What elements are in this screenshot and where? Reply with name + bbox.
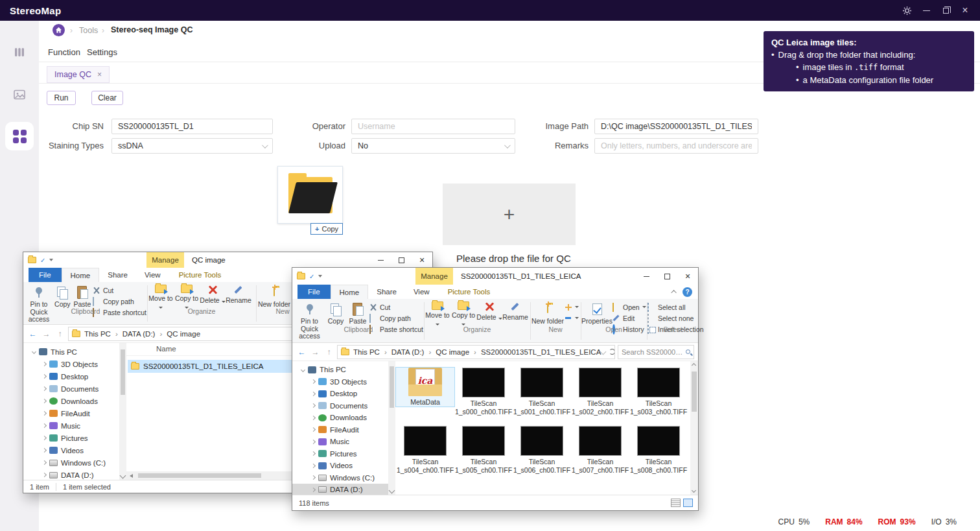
copy-to-button[interactable]: Copy to (174, 282, 200, 310)
qc-dropzone[interactable]: + (443, 183, 576, 245)
nav-item-data-d-current[interactable]: DATA (D:) (292, 484, 388, 495)
manage-contextual-tab[interactable]: Manage (146, 252, 184, 268)
copy-path-button[interactable]: Copy path (93, 296, 146, 306)
move-to-button[interactable]: Move to (425, 299, 450, 327)
back-icon[interactable]: ← (296, 348, 307, 357)
nav-item-this-pc[interactable]: This PC (292, 364, 388, 376)
nav-item-this-pc[interactable]: This PC (23, 346, 119, 358)
tab-file[interactable]: File (29, 268, 62, 282)
quick-access-check-icon[interactable] (40, 256, 45, 264)
expand-chevron-icon[interactable] (311, 427, 316, 432)
refresh-icon[interactable] (609, 349, 615, 355)
remarks-input[interactable] (594, 138, 758, 154)
nav-item-windows-c[interactable]: Windows (C:) (23, 456, 119, 469)
dragged-folder-ghost[interactable] (277, 166, 343, 224)
grid-item-tile[interactable]: TileScan 1_s008_ch00.TIFF (629, 426, 688, 474)
expand-chevron-icon[interactable] (42, 374, 47, 379)
rename-button[interactable]: Rename (226, 282, 251, 304)
nav-item-pictures[interactable]: Pictures (23, 432, 119, 444)
breadcrumb-segment[interactable]: This PC (353, 348, 380, 356)
expand-chevron-icon[interactable] (42, 362, 47, 366)
paste-button[interactable]: Paste (72, 282, 93, 309)
tab-home[interactable]: Home (62, 268, 100, 282)
expand-chevron-icon[interactable] (42, 411, 47, 416)
help-icon[interactable]: ? (682, 287, 692, 297)
nav-item-desktop[interactable]: Desktop (292, 388, 388, 400)
collapse-ribbon-icon[interactable] (671, 290, 676, 295)
nav-item-music[interactable]: Music (292, 436, 388, 448)
column-header-name[interactable]: Name (156, 345, 176, 353)
close-icon[interactable] (677, 268, 698, 285)
open-button[interactable]: Open (612, 302, 646, 312)
cut-button[interactable]: Cut (93, 285, 146, 295)
sidebar-item-tools-active[interactable] (5, 122, 34, 150)
clear-button[interactable]: Clear (91, 91, 123, 105)
staining-types-select[interactable]: ssDNA (111, 138, 273, 154)
tab-picture-tools[interactable]: Picture Tools (170, 268, 230, 282)
scroll-down-icon[interactable] (692, 488, 696, 493)
up-icon[interactable]: ↑ (323, 348, 334, 357)
minimize-icon[interactable] (916, 2, 936, 19)
expand-chevron-icon[interactable] (42, 423, 47, 428)
expand-chevron-icon[interactable] (311, 379, 316, 384)
back-icon[interactable]: ← (27, 329, 38, 338)
expand-chevron-icon[interactable] (311, 403, 316, 408)
nav-item-desktop[interactable]: Desktop (23, 370, 119, 383)
manage-contextual-tab[interactable]: Manage (415, 268, 453, 285)
minimize-icon[interactable] (636, 268, 657, 285)
grid-item-metadata[interactable]: ica MetaData (396, 368, 454, 407)
properties-button[interactable]: Properties (581, 299, 612, 325)
cut-button[interactable]: Cut (369, 302, 423, 312)
nav-item-documents[interactable]: Documents (23, 383, 119, 395)
expand-chevron-icon[interactable] (311, 451, 316, 456)
pin-to-quick-access-button[interactable]: Pin to Quick access (25, 282, 53, 324)
home-breadcrumb-button[interactable] (52, 24, 65, 36)
scroll-up-icon[interactable] (692, 363, 696, 368)
close-icon[interactable] (412, 252, 432, 268)
scrollbar-thumb[interactable] (390, 366, 394, 408)
tab-share[interactable]: Share (99, 268, 136, 282)
nav-item-documents[interactable]: Documents (292, 400, 388, 412)
expand-chevron-icon[interactable] (311, 488, 316, 492)
scrollbar-thumb[interactable] (121, 349, 125, 395)
maximize-icon[interactable] (936, 2, 955, 19)
easy-access-button[interactable] (565, 313, 579, 323)
nav-item-downloads[interactable]: Downloads (23, 395, 119, 407)
quick-access-caret-icon[interactable] (318, 275, 322, 277)
move-to-button[interactable]: Move to (148, 282, 174, 310)
new-folder-button[interactable]: New folder (531, 299, 565, 325)
maximize-icon[interactable] (657, 268, 677, 285)
tab-view[interactable]: View (405, 285, 438, 299)
minimize-icon[interactable] (370, 252, 391, 268)
up-icon[interactable]: ↑ (54, 329, 65, 338)
breadcrumb-segment[interactable]: QC image (424, 348, 469, 356)
nav-item-fileaudit[interactable]: FileAudit (292, 424, 388, 436)
sidebar-item-pipeline[interactable] (9, 41, 30, 62)
breadcrumb-tools[interactable]: Tools (79, 26, 98, 35)
image-path-input[interactable] (594, 119, 758, 134)
grid-item-tile[interactable]: TileScan 1_s002_ch00.TIFF (571, 368, 629, 416)
explorer2-breadcrumb[interactable]: This PC DATA (D:) QC image SS200000135TL… (337, 345, 615, 359)
new-item-button[interactable] (565, 302, 579, 312)
expand-chevron-icon[interactable] (311, 416, 316, 420)
scrollbar-thumb[interactable] (692, 372, 697, 412)
nav-item-data-d[interactable]: DATA (D:) (23, 469, 119, 480)
grid-item-tile[interactable]: TileScan 1_s003_ch00.TIFF (629, 368, 688, 416)
expand-chevron-icon[interactable] (311, 464, 316, 468)
copy-button[interactable]: Copy (325, 299, 346, 325)
tab-image-qc[interactable]: Image QC (47, 66, 110, 83)
explorer2-titlebar[interactable]: Manage SS200000135TL_D1_TILES_LEICA (292, 268, 698, 285)
tab-close-icon[interactable] (97, 70, 102, 79)
nav-scrollbar[interactable] (388, 361, 395, 495)
forward-icon[interactable]: → (41, 329, 52, 338)
nav-item-videos[interactable]: Videos (23, 444, 119, 456)
rename-button[interactable]: Rename (502, 299, 528, 321)
expand-chevron-icon[interactable] (311, 475, 316, 480)
chip-sn-input[interactable] (111, 119, 273, 134)
thumbnails-view-icon[interactable] (683, 499, 693, 507)
sidebar-item-images[interactable] (9, 84, 30, 105)
expand-chevron-icon[interactable] (42, 448, 47, 453)
quick-access-caret-icon[interactable] (49, 259, 53, 261)
edit-button[interactable]: Edit (612, 313, 646, 323)
scroll-down-icon[interactable] (120, 473, 126, 479)
